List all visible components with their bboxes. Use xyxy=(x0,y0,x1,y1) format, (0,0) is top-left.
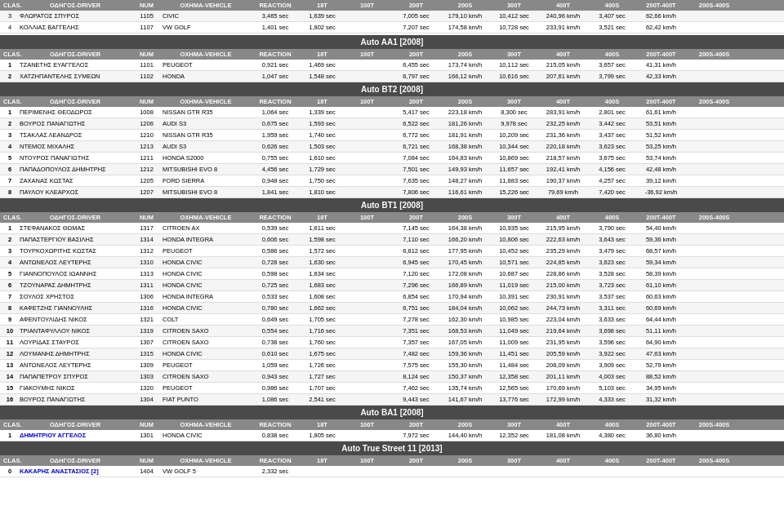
col-vehicle: ΟΧΗΜΑ-VEHICLE xyxy=(161,1,251,10)
auto-true-street-section: Auto True Street 11 [2013] CLAS. ΟΔΗΓΟΣ-… xyxy=(0,441,784,477)
ba1-col-headers: CLAS. ΟΔΗΓΟΣ-DRIVER NUM ΟΧΗΜΑ-VEHICLE RE… xyxy=(0,419,784,430)
table-row: 8 ΠΑΥΛΟΥ ΚΛΕΑΡΧΟΣ 1207 MITSUBISHI EVO 8 … xyxy=(0,187,784,198)
table-row: 16 ΒΟΥΡΟΣ ΠΑΝΑΓΙΩΤΗΣ 1304 FIAT PUNTO 1,0… xyxy=(0,394,784,406)
top-section: CLAS. ΟΔΗΓΟΣ-DRIVER NUM ΟΧΗΜΑ-VEHICLE RE… xyxy=(0,0,784,33)
table-row: 4 ΚΟΛΛΙΑΣ ΒΑΓΓΕΛΗΣ 1107 VW GOLF 1,401 se… xyxy=(0,22,784,33)
table-row: 7 ΣΟΥΛΟΣ ΧΡΗΣΤΟΣ 1306 HONDA INTEGRA 0,53… xyxy=(0,291,784,303)
col-driver: ΟΔΗΓΟΣ-DRIVER xyxy=(18,1,132,10)
table-row: 11 ΛΟΥΡΙΔΑΣ ΣΤΑΥΡΟΣ 1307 CITROEN SAXO 0,… xyxy=(0,337,784,348)
table-row: 5 ΓΙΑΝΝΟΠΟΥΛΟΣ ΙΩΑΝΝΗΣ 1313 HONDA CIVIC … xyxy=(0,268,784,280)
col-num: NUM xyxy=(132,1,161,10)
auto-bt2-title: Auto BT2 [2008] xyxy=(0,82,784,96)
col-100t: 100T xyxy=(345,1,390,10)
table-row: 1 ΠΕΡΙΜΕΝΗΣ ΘΕΟΔΩΡΟΣ 1008 NISSAN GTR R35… xyxy=(0,107,784,118)
table-row: 6 ΠΑΠΑΔΟΠΟΥΛΟΣ ΔΗΜΗΤΡΗΣ 1212 MITSUBISHI … xyxy=(0,164,784,175)
table-row: 14 ΠΑΠΑΠΕΤΡΟΥ ΣΠΥΡΟΣ 1303 CITROEN SAXO 0… xyxy=(0,371,784,383)
col-reaction: REACTION xyxy=(251,1,300,10)
col-200s: 200S xyxy=(443,1,488,10)
auto-bt1-title: Auto BT1 [2008] xyxy=(0,198,784,212)
table-row: 13 ΑΝΤΩΝΕΛΟΣ ΛΕΥΤΕΡΗΣ 1309 PEUGEOT 1,059… xyxy=(0,360,784,371)
auto-aa1-section: Auto AA1 [2008] CLAS. ΟΔΗΓΟΣ-DRIVER NUM … xyxy=(0,35,784,82)
table-row: 3 ΤΟΥΡΚΟΧΩΡΙΤΗΣ ΚΩΣΤΑΣ 1312 PEUGEOT 0,58… xyxy=(0,246,784,257)
table-row: 8 ΚΑΦΕΤΖΗΣ ΓΙΑΝΝΟΥΛΗΣ 1316 HONDA CIVIC 0… xyxy=(0,303,784,314)
auto-ba1-title: Auto BA1 [2008] xyxy=(0,406,784,419)
col-clas: CLAS. xyxy=(2,1,18,10)
auto-true-street-title: Auto True Street 11 [2013] xyxy=(0,441,784,455)
table-row: 6 ΤΖΟΥΝΑΡΑΣ ΔΗΜΗΤΡΗΣ 1311 HONDA CIVIC 0,… xyxy=(0,280,784,291)
col-200t400t: 200T-400T xyxy=(639,1,684,10)
table-row: 1 ΤΖΑΝΕΤΗΣ ΕΥΑΓΓΕΛΟΣ 1101 PEUGEOT 0,921 … xyxy=(0,60,784,71)
auto-bt2-section: Auto BT2 [2008] CLAS. ΟΔΗΓΟΣ-DRIVER NUM … xyxy=(0,82,784,198)
top-col-headers: CLAS. ΟΔΗΓΟΣ-DRIVER NUM ΟΧΗΜΑ-VEHICLE RE… xyxy=(0,0,784,11)
col-200t: 200T xyxy=(390,1,443,10)
table-row: 7 ΖΑΧΑΝΑΣ ΚΩΣΤΑΣ 1205 FORD SIERRA 0,948 … xyxy=(0,175,784,187)
col-400s: 400S xyxy=(586,1,639,10)
table-row: 10 ΤΡΙΑΝΤΑΦΥΛΛΟΥ ΝΙΚΟΣ 1319 CITROEN SAXO… xyxy=(0,326,784,337)
table-row: 4 ΝΤΕΜΟΣ ΜΙΧΑΛΗΣ 1213 AUDI S3 0,626 sec … xyxy=(0,141,784,153)
auto-aa1-title: Auto AA1 [2008] xyxy=(0,35,784,49)
table-row: 4 ΑΝΤΩΝΕΛΟΣ ΛΕΥΤΕΡΗΣ 1310 HONDA CIVIC 0,… xyxy=(0,257,784,268)
table-row: 3 ΤΣΑΚΛΑΣ ΛΕΑΝΔΡΟΣ 1210 NISSAN GTR R35 1… xyxy=(0,130,784,141)
col-18t: 18T xyxy=(300,1,345,10)
bt2-col-headers: CLAS. ΟΔΗΓΟΣ-DRIVER NUM ΟΧΗΜΑ-VEHICLE RE… xyxy=(0,96,784,107)
col-300t: 300T xyxy=(488,1,541,10)
table-row: 2 ΠΑΠΑΣΤΕΡΓΙΟΥ ΒΑΣΙΛΗΣ 1314 HONDA INTEGR… xyxy=(0,234,784,246)
col-200s400s: 200S-400S xyxy=(684,1,745,10)
true-street-col-headers: CLAS. ΟΔΗΓΟΣ-DRIVER NUM ΟΧΗΜΑ-VEHICLE RE… xyxy=(0,455,784,466)
table-row: 2 ΧΑΤΖΗΠΑΝΤΕΛΗΣ ΣΥΜΕΩΝ 1102 HONDA 1,047 … xyxy=(0,71,784,82)
table-row: 12 ΛΟΥΜΑΝΗΣ ΔΗΜΗΤΡΗΣ 1315 HONDA CIVIC 0,… xyxy=(0,348,784,360)
auto-bt1-section: Auto BT1 [2008] CLAS. ΟΔΗΓΟΣ-DRIVER NUM … xyxy=(0,198,784,406)
table-row: 9 ΑΦΕΝΤΟΥΛΙΔΗΣ ΝΙΚΟΣ 1321 COLT 0,649 sec… xyxy=(0,314,784,326)
table-row: 3 ΦΛΩΡΑΤΟΣ ΣΠΥΡΟΣ 1105 CIVIC 3,465 sec 1… xyxy=(0,11,784,22)
col-400t: 400T xyxy=(541,1,586,10)
table-row: 5 ΝΤΟΥΡΟΣ ΠΑΝΑΓΙΩΤΗΣ 1211 HONDA S2000 0,… xyxy=(0,153,784,164)
table-row: 15 ΓΙΑΚΟΥΜΗΣ ΝΙΚΟΣ 1320 PEUGEOT 0,986 se… xyxy=(0,383,784,394)
table-row: 2 ΒΟΥΡΟΣ ΠΑΝΑΓΙΩΤΗΣ 1206 AUDI S3 0,675 s… xyxy=(0,118,784,130)
aa1-col-headers: CLAS. ΟΔΗΓΟΣ-DRIVER NUM ΟΧΗΜΑ-VEHICLE RE… xyxy=(0,49,784,60)
table-row: 1 ΣΤΕΦΑΝΑΚΟΣ ΘΩΜΑΣ 1317 CITROEN AX 0,539… xyxy=(0,223,784,234)
auto-ba1-section: Auto BA1 [2008] CLAS. ΟΔΗΓΟΣ-DRIVER NUM … xyxy=(0,406,784,441)
table-row: 1 ΔΗΜΗΤΡΙΟΥ ΑΓΓΕΛΟΣ 1301 HONDA CIVIC 0,8… xyxy=(0,430,784,441)
table-row: 0 ΚΑΚΑΡΗΣ ΑΝΑΣΤΑΣΙΟΣ [2] 1404 VW GOLF 5 … xyxy=(0,466,784,477)
bt1-col-headers: CLAS. ΟΔΗΓΟΣ-DRIVER NUM ΟΧΗΜΑ-VEHICLE RE… xyxy=(0,212,784,223)
